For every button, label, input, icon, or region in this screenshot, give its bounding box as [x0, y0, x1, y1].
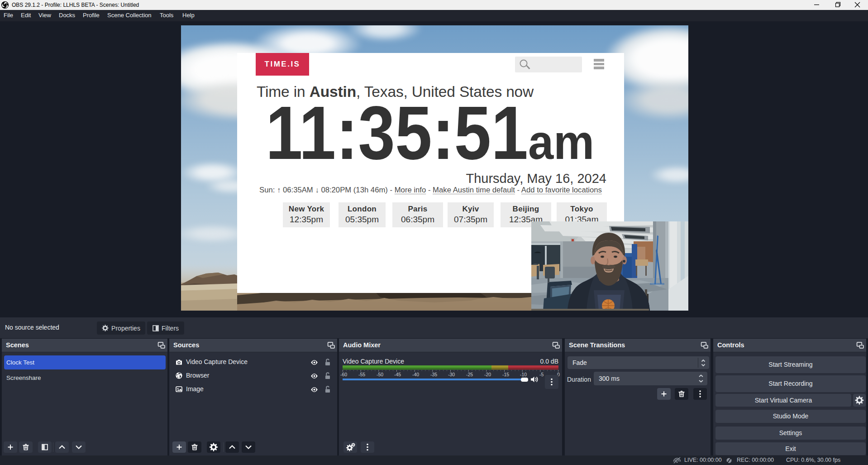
svg-text:am: am	[528, 115, 594, 169]
svg-text:11:35:51: 11:35:51	[266, 91, 528, 175]
